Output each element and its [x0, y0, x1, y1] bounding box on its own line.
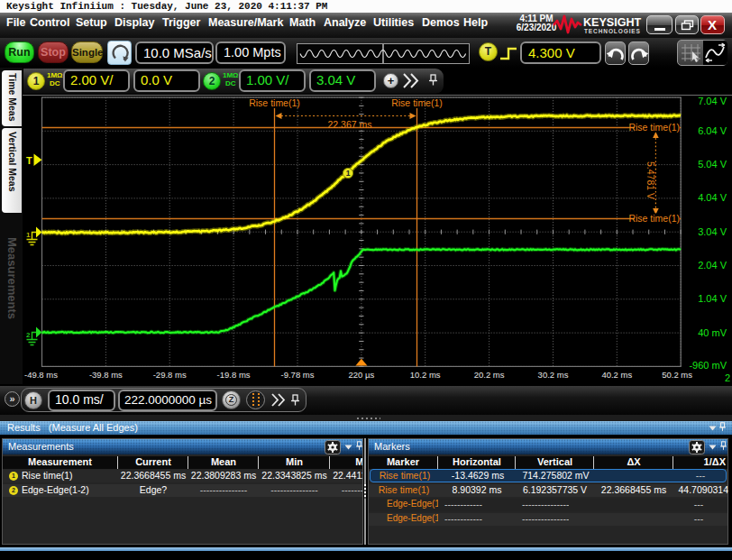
- svg-text:4.04 V: 4.04 V: [698, 192, 727, 203]
- svg-text:2: 2: [26, 331, 31, 339]
- svg-text:Rise time(1): Rise time(1): [249, 97, 300, 108]
- svg-text:220 µs: 220 µs: [349, 370, 375, 380]
- svg-text:3.04 V: 3.04 V: [698, 226, 727, 237]
- svg-text:1: 1: [26, 231, 31, 239]
- svg-text:-49.8 ms: -49.8 ms: [24, 370, 58, 380]
- svg-text:Rise time(1): Rise time(1): [628, 122, 680, 133]
- svg-text:2.04 V: 2.04 V: [698, 260, 727, 271]
- svg-text:T: T: [26, 155, 32, 166]
- svg-text:-29.8 ms: -29.8 ms: [153, 370, 187, 380]
- svg-text:1: 1: [346, 169, 351, 178]
- svg-text:50.2 ms: 50.2 ms: [662, 370, 692, 380]
- svg-text:-9.78 ms: -9.78 ms: [281, 370, 315, 380]
- svg-text:-960 mV: -960 mV: [689, 360, 727, 371]
- svg-text:10.2 ms: 10.2 ms: [410, 370, 441, 380]
- svg-text:7.04 V: 7.04 V: [698, 96, 727, 106]
- svg-text:5.4781 V: 5.4781 V: [645, 161, 656, 199]
- svg-text:5.04 V: 5.04 V: [698, 159, 727, 170]
- svg-text:-39.8 ms: -39.8 ms: [89, 370, 123, 380]
- svg-text:30.2 ms: 30.2 ms: [538, 370, 569, 380]
- svg-text:Rise time(1): Rise time(1): [628, 213, 680, 224]
- svg-text:22.367 ms: 22.367 ms: [327, 119, 371, 130]
- svg-text:40 mV: 40 mV: [698, 327, 727, 338]
- svg-text:2: 2: [725, 372, 730, 383]
- svg-text:40.2 ms: 40.2 ms: [601, 370, 632, 380]
- svg-text:-19.8 ms: -19.8 ms: [217, 370, 251, 380]
- svg-text:Rise time(1): Rise time(1): [391, 97, 443, 108]
- svg-text:1.04 V: 1.04 V: [698, 293, 727, 304]
- svg-text:6.04 V: 6.04 V: [698, 125, 727, 136]
- svg-text:20.2 ms: 20.2 ms: [474, 370, 505, 380]
